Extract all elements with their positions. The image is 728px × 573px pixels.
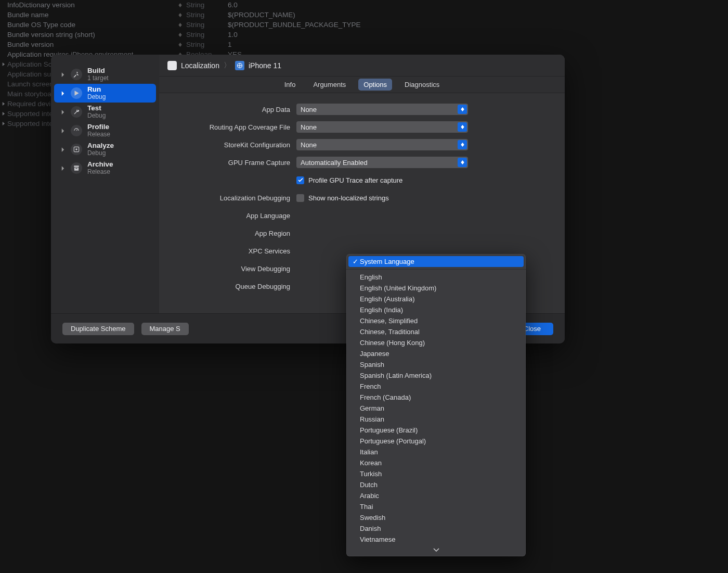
dropdown-item[interactable]: Spanish: [346, 359, 526, 370]
dropdown-item[interactable]: Swedish: [346, 512, 526, 523]
label-profile-gpu: Profile GPU Trace after capture: [308, 176, 402, 184]
dropdown-item[interactable]: Chinese, Simplified: [346, 315, 526, 326]
dropdown-item-selected[interactable]: ✓ System Language: [348, 256, 524, 267]
checkbox-profile-gpu[interactable]: [296, 176, 304, 184]
scheme-profile[interactable]: Profile Release: [54, 121, 156, 140]
dropdown-item[interactable]: French: [346, 381, 526, 392]
tab-options[interactable]: Options: [358, 79, 392, 91]
dropdown-item[interactable]: English (Australia): [346, 294, 526, 304]
dropdown-item[interactable]: Vietnamese: [346, 534, 526, 545]
dropdown-item[interactable]: Japanese: [346, 348, 526, 359]
dropdown-item[interactable]: Danish: [346, 523, 526, 534]
scheme-analyze[interactable]: Analyze Debug: [54, 140, 156, 159]
popup-gpu[interactable]: Automatically Enabled: [296, 157, 468, 168]
plist-key: Bundle name: [7, 11, 177, 19]
checkbox-show-nonlocalized[interactable]: [296, 194, 304, 202]
plist-type: String: [186, 31, 228, 39]
dropdown-item[interactable]: Turkish: [346, 468, 526, 479]
stepper-icon[interactable]: [177, 13, 183, 17]
label-show-nonlocalized: Show non-localized strings: [308, 194, 389, 202]
popup-app-data-value: None: [301, 106, 317, 113]
tab-diagnostics[interactable]: Diagnostics: [399, 79, 445, 91]
label-xpc: XPC Services: [159, 247, 296, 255]
dropdown-item[interactable]: Spanish (Latin America): [346, 370, 526, 381]
plist-key: InfoDictionary version: [7, 1, 177, 9]
checkmark-icon: ✓: [352, 258, 359, 265]
dropdown-item[interactable]: English (United Kingdom): [346, 283, 526, 294]
stepper-icon[interactable]: [177, 23, 183, 27]
plist-row[interactable]: InfoDictionary version String 6.0: [0, 0, 728, 10]
dropdown-item[interactable]: French (Canada): [346, 392, 526, 403]
scheme-sidebar: Build 1 target Run Debug Test Debug Prof…: [51, 55, 159, 313]
popup-arrows-icon: [458, 140, 467, 149]
dropdown-item[interactable]: Portuguese (Portugal): [346, 436, 526, 447]
plist-key: Bundle OS Type code: [7, 21, 177, 29]
scheme-title: Run: [87, 85, 106, 94]
dropdown-item[interactable]: Thai: [346, 501, 526, 512]
disclosure-icon[interactable]: [59, 166, 66, 171]
app-icon: [167, 61, 177, 70]
plist-type: String: [186, 41, 228, 48]
app-language-dropdown[interactable]: ✓ System Language EnglishEnglish (United…: [346, 254, 526, 556]
plist-row[interactable]: Bundle name String $(PRODUCT_NAME): [0, 10, 728, 20]
label-app-language: App Language: [159, 212, 296, 220]
tab-info[interactable]: Info: [279, 79, 301, 91]
popup-arrows-icon: [458, 105, 467, 114]
dropdown-item[interactable]: Korean: [346, 457, 526, 468]
scheme-title: Analyze: [87, 142, 114, 150]
breadcrumb-sep: 〉: [224, 61, 231, 70]
dropdown-item[interactable]: German: [346, 403, 526, 414]
disclosure-icon[interactable]: [59, 110, 66, 114]
dropdown-item[interactable]: Dutch: [346, 479, 526, 490]
stepper-icon[interactable]: [177, 33, 183, 37]
label-view-debug: View Debugging: [159, 265, 296, 273]
disclosure-icon[interactable]: [0, 62, 6, 66]
disclosure-icon[interactable]: [0, 122, 6, 125]
scheme-subtitle: Release: [87, 169, 113, 176]
scheme-test[interactable]: Test Debug: [54, 103, 156, 121]
dropdown-item[interactable]: Chinese (Hong Kong): [346, 337, 526, 348]
disclosure-icon[interactable]: [0, 112, 6, 116]
dropdown-item[interactable]: English: [346, 272, 526, 283]
disclosure-icon[interactable]: [59, 129, 66, 133]
popup-gpu-value: Automatically Enabled: [301, 159, 368, 167]
popup-storekit[interactable]: None: [296, 139, 468, 150]
disclosure-icon[interactable]: [59, 91, 66, 96]
hammer-icon: [71, 69, 82, 80]
wrench-icon: [71, 106, 82, 118]
breadcrumb-device: iPhone 11: [249, 61, 281, 70]
popup-routing[interactable]: None: [296, 121, 468, 133]
dropdown-item[interactable]: English (India): [346, 304, 526, 315]
popup-app-data[interactable]: None: [296, 104, 468, 115]
stepper-icon[interactable]: [177, 3, 183, 7]
scheme-archive[interactable]: Archive Release: [54, 159, 156, 177]
plist-value: $(PRODUCT_NAME): [228, 11, 295, 19]
dropdown-more-icon: [346, 545, 526, 554]
plist-value: 1: [228, 41, 232, 48]
disclosure-icon[interactable]: [59, 72, 66, 77]
plist-key: Bundle version: [7, 41, 177, 48]
dropdown-item[interactable]: Portuguese (Brazil): [346, 425, 526, 436]
plist-row[interactable]: Bundle OS Type code String $(PRODUCT_BUN…: [0, 20, 728, 30]
manage-schemes-button[interactable]: Manage S: [141, 323, 189, 335]
duplicate-scheme-button[interactable]: Duplicate Scheme: [62, 323, 134, 335]
disclosure-icon[interactable]: [0, 102, 6, 106]
breadcrumb-app: Localization: [181, 61, 219, 70]
label-queue-debug: Queue Debugging: [159, 283, 296, 290]
lens-icon: [71, 144, 82, 155]
dropdown-item[interactable]: Russian: [346, 414, 526, 425]
disclosure-icon[interactable]: [59, 147, 66, 152]
plist-key: Bundle version string (short): [7, 31, 177, 39]
plist-value: $(PRODUCT_BUNDLE_PACKAGE_TYPE: [228, 21, 361, 29]
scheme-build[interactable]: Build 1 target: [54, 65, 156, 84]
label-app-region: App Region: [159, 230, 296, 237]
dropdown-separator: [346, 269, 526, 270]
tab-arguments[interactable]: Arguments: [308, 79, 351, 91]
dropdown-item[interactable]: Chinese, Traditional: [346, 326, 526, 337]
scheme-run[interactable]: Run Debug: [54, 84, 156, 103]
dropdown-item[interactable]: Arabic: [346, 490, 526, 501]
dropdown-item[interactable]: Italian: [346, 447, 526, 457]
stepper-icon[interactable]: [177, 43, 183, 47]
plist-row[interactable]: Bundle version String 1: [0, 40, 728, 49]
plist-row[interactable]: Bundle version string (short) String 1.0: [0, 30, 728, 40]
